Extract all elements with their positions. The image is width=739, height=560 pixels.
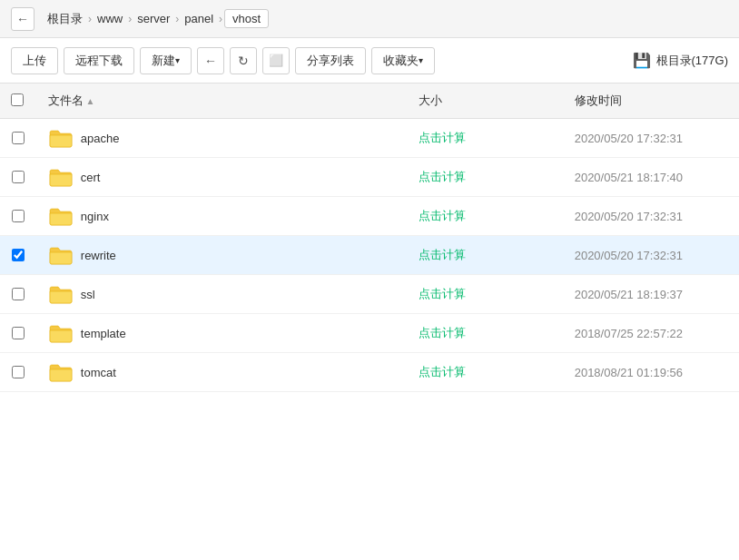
- file-name-text: template: [81, 327, 126, 340]
- row-checkbox[interactable]: [12, 366, 25, 378]
- calculate-size-link[interactable]: 点击计算: [419, 248, 466, 261]
- row-checkbox[interactable]: [12, 327, 25, 339]
- row-checkbox[interactable]: [12, 171, 25, 183]
- folder-icon: [48, 323, 74, 343]
- disk-icon: 💾: [633, 52, 651, 69]
- folder-icon: [48, 167, 74, 187]
- calculate-size-link[interactable]: 点击计算: [419, 209, 466, 222]
- file-name-text: ssl: [81, 288, 95, 301]
- breadcrumb-items: 根目录 › www › server › panel › vhost: [44, 9, 269, 29]
- file-name-text: nginx: [81, 210, 109, 223]
- select-all-checkbox[interactable]: [11, 93, 24, 106]
- breadcrumb-item-root[interactable]: 根目录: [44, 9, 86, 29]
- row-checkbox-cell: [0, 314, 37, 353]
- table-row: nginx 点击计算 2020/05/20 17:32:31: [0, 197, 739, 236]
- folder-icon: [48, 128, 74, 148]
- folder-icon: [48, 245, 74, 265]
- row-size-cell: 点击计算: [408, 275, 564, 314]
- file-table: 文件名 大小 修改时间 apache 点击计算: [0, 84, 739, 392]
- row-checkbox[interactable]: [12, 249, 25, 261]
- row-date-cell: 2020/05/21 18:17:40: [564, 158, 739, 197]
- th-checkbox: [0, 84, 37, 119]
- back-button[interactable]: ←: [197, 47, 224, 74]
- breadcrumb-item-panel[interactable]: panel: [181, 10, 217, 27]
- row-checkbox-cell: [0, 197, 37, 236]
- breadcrumb-item-vhost[interactable]: vhost: [224, 9, 269, 28]
- calculate-size-link[interactable]: 点击计算: [419, 365, 466, 378]
- refresh-button[interactable]: ↻: [230, 47, 257, 74]
- share-list-button[interactable]: 分享列表: [295, 47, 366, 74]
- row-size-cell: 点击计算: [408, 197, 564, 236]
- th-name[interactable]: 文件名: [37, 84, 408, 119]
- file-name-link[interactable]: tomcat: [48, 362, 397, 382]
- row-checkbox-cell: [0, 236, 37, 275]
- row-size-cell: 点击计算: [408, 119, 564, 158]
- row-date-cell: 2020/05/20 17:32:31: [564, 119, 739, 158]
- folder-icon: [48, 362, 74, 382]
- row-date-cell: 2018/08/21 01:19:56: [564, 353, 739, 392]
- screenshot-button[interactable]: ⬜: [262, 47, 290, 74]
- breadcrumb-item-server[interactable]: server: [133, 10, 173, 27]
- file-name-text: tomcat: [81, 366, 116, 379]
- file-name-link[interactable]: cert: [48, 167, 397, 187]
- table-header-row: 文件名 大小 修改时间: [0, 84, 739, 119]
- disk-info: 💾 根目录(177G): [633, 52, 728, 69]
- file-name-text: apache: [81, 132, 120, 145]
- file-name-text: cert: [81, 171, 101, 184]
- breadcrumb-sep-1: ›: [128, 13, 132, 25]
- folder-icon: [48, 284, 74, 304]
- upload-button[interactable]: 上传: [11, 47, 58, 74]
- table-row: template 点击计算 2018/07/25 22:57:22: [0, 314, 739, 353]
- breadcrumb-item-www[interactable]: www: [94, 10, 126, 27]
- row-checkbox-cell: [0, 158, 37, 197]
- row-size-cell: 点击计算: [408, 353, 564, 392]
- toolbar: 上传 远程下载 新建 ← ↻ ⬜ 分享列表 收藏夹 💾 根目录(177G): [0, 38, 739, 84]
- row-name-cell: template: [37, 314, 408, 353]
- row-checkbox[interactable]: [12, 210, 25, 222]
- file-date: 2020/05/21 18:19:37: [575, 288, 683, 301]
- row-size-cell: 点击计算: [408, 158, 564, 197]
- file-name-link[interactable]: ssl: [48, 284, 397, 304]
- file-date: 2020/05/21 18:17:40: [575, 171, 683, 184]
- breadcrumb-sep-3: ›: [219, 13, 222, 25]
- file-name-link[interactable]: nginx: [48, 206, 397, 226]
- breadcrumb-sep-2: ›: [175, 13, 179, 25]
- row-date-cell: 2020/05/21 18:19:37: [564, 275, 739, 314]
- file-name-link[interactable]: template: [48, 323, 397, 343]
- file-name-link[interactable]: apache: [48, 128, 397, 148]
- new-button[interactable]: 新建: [140, 47, 192, 74]
- file-name-text: rewrite: [81, 249, 116, 262]
- row-name-cell: tomcat: [37, 353, 408, 392]
- file-date: 2020/05/20 17:32:31: [575, 132, 683, 145]
- calculate-size-link[interactable]: 点击计算: [419, 170, 466, 183]
- row-name-cell: nginx: [37, 197, 408, 236]
- row-name-cell: rewrite: [37, 236, 408, 275]
- row-checkbox-cell: [0, 353, 37, 392]
- row-date-cell: 2018/07/25 22:57:22: [564, 314, 739, 353]
- row-name-cell: apache: [37, 119, 408, 158]
- calculate-size-link[interactable]: 点击计算: [419, 131, 466, 144]
- remote-download-button[interactable]: 远程下载: [64, 47, 134, 74]
- row-checkbox-cell: [0, 275, 37, 314]
- file-date: 2018/07/25 22:57:22: [575, 327, 683, 340]
- row-size-cell: 点击计算: [408, 236, 564, 275]
- table-row: rewrite 点击计算 2020/05/20 17:32:31: [0, 236, 739, 275]
- row-checkbox[interactable]: [12, 288, 25, 300]
- breadcrumb-bar: ← 根目录 › www › server › panel › vhost: [0, 0, 739, 38]
- breadcrumb-sep-0: ›: [88, 13, 92, 25]
- th-date: 修改时间: [564, 84, 739, 119]
- row-name-cell: ssl: [37, 275, 408, 314]
- row-date-cell: 2020/05/20 17:32:31: [564, 236, 739, 275]
- breadcrumb-back-button[interactable]: ←: [11, 7, 34, 31]
- file-date: 2018/08/21 01:19:56: [575, 366, 683, 379]
- row-checkbox[interactable]: [12, 132, 25, 144]
- disk-info-text: 根目录(177G): [656, 53, 728, 69]
- favorites-button[interactable]: 收藏夹: [371, 47, 435, 74]
- calculate-size-link[interactable]: 点击计算: [419, 326, 466, 339]
- folder-icon: [48, 206, 74, 226]
- file-name-link[interactable]: rewrite: [48, 245, 397, 265]
- calculate-size-link[interactable]: 点击计算: [419, 287, 466, 300]
- file-date: 2020/05/20 17:32:31: [575, 210, 683, 223]
- table-row: ssl 点击计算 2020/05/21 18:19:37: [0, 275, 739, 314]
- th-size: 大小: [408, 84, 564, 119]
